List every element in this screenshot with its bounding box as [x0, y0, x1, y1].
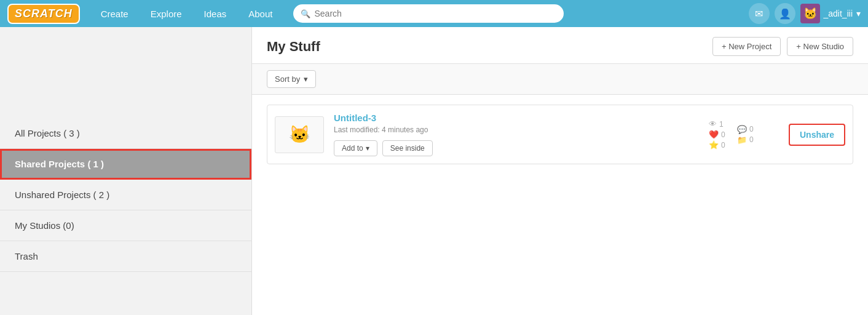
loves-icon: ❤️ — [709, 130, 719, 139]
comments-stat: 💬 0 — [737, 125, 754, 134]
username: _adit_iii — [824, 9, 853, 18]
main-layout: All Projects ( 3 ) Shared Projects ( 1 )… — [0, 27, 868, 315]
sort-bar: Sort by ▾ — [252, 64, 868, 95]
nav-about[interactable]: About — [237, 0, 283, 27]
remixes-count: 0 — [749, 135, 754, 144]
project-stats-2: 💬 0 📁 0 — [737, 125, 774, 145]
page-title: My Stuff — [267, 39, 320, 55]
project-name[interactable]: Untitled-3 — [334, 113, 699, 123]
remixes-icon: 📁 — [737, 135, 747, 145]
nav-create[interactable]: Create — [90, 0, 140, 27]
comments-count: 0 — [749, 125, 754, 134]
add-to-chevron-icon: ▾ — [366, 144, 369, 153]
sidebar-item-trash[interactable]: Trash — [0, 241, 251, 272]
messages-icon[interactable]: ✉ — [749, 3, 770, 24]
favorites-count: 0 — [721, 141, 725, 150]
new-studio-button[interactable]: + New Studio — [787, 37, 853, 56]
search-bar: 🔍 — [293, 4, 564, 23]
logo[interactable]: SCRATCH — [7, 4, 80, 24]
project-info: Untitled-3 Last modified: 4 minutes ago … — [334, 113, 699, 156]
nav-explore[interactable]: Explore — [140, 0, 193, 27]
content-area: My Stuff + New Project + New Studio Sort… — [252, 27, 868, 315]
project-card: 🐱 Untitled-3 Last modified: 4 minutes ag… — [267, 105, 853, 164]
content-header: My Stuff + New Project + New Studio — [252, 27, 868, 64]
search-icon: 🔍 — [301, 9, 310, 18]
sidebar-item-shared-projects[interactable]: Shared Projects ( 1 ) — [0, 149, 251, 180]
project-actions: Add to ▾ See inside — [334, 140, 699, 156]
sidebar-item-unshared-projects[interactable]: Unshared Projects ( 2 ) — [0, 180, 251, 210]
sidebar-item-my-studios[interactable]: My Studios (0) — [0, 210, 251, 241]
unshare-button[interactable]: Unshare — [789, 124, 845, 146]
add-to-button[interactable]: Add to ▾ — [334, 140, 377, 156]
header-buttons: + New Project + New Studio — [712, 37, 853, 56]
favorites-stat: ⭐ 0 — [709, 140, 725, 150]
user-menu[interactable]: 🐱 _adit_iii ▾ — [800, 4, 861, 23]
user-chevron-icon: ▾ — [856, 9, 861, 18]
project-meta: Last modified: 4 minutes ago — [334, 126, 699, 134]
sort-by-button[interactable]: Sort by ▾ — [267, 70, 316, 88]
sidebar-item-all-projects[interactable]: All Projects ( 3 ) — [0, 118, 251, 149]
see-inside-button[interactable]: See inside — [382, 140, 433, 156]
sort-chevron-icon: ▾ — [304, 74, 308, 84]
avatar: 🐱 — [800, 4, 820, 23]
comments-icon: 💬 — [737, 125, 747, 134]
thumbnail-image: 🐱 — [289, 124, 310, 145]
sort-by-label: Sort by — [275, 74, 300, 84]
loves-count: 0 — [721, 130, 725, 139]
projects-list: 🐱 Untitled-3 Last modified: 4 minutes ag… — [252, 95, 868, 181]
remixes-stat: 📁 0 — [737, 135, 754, 145]
notifications-icon[interactable]: 👤 — [775, 3, 795, 24]
views-stat: 👁 1 — [709, 119, 724, 129]
new-project-button[interactable]: + New Project — [712, 37, 781, 56]
header-icons: ✉ 👤 🐱 _adit_iii ▾ — [749, 3, 861, 24]
sidebar: All Projects ( 3 ) Shared Projects ( 1 )… — [0, 27, 252, 315]
favorites-icon: ⭐ — [709, 140, 719, 150]
add-to-label: Add to — [342, 144, 363, 153]
search-input[interactable] — [314, 9, 556, 18]
nav-ideas[interactable]: Ideas — [193, 0, 238, 27]
loves-stat: ❤️ 0 — [709, 130, 725, 139]
views-count: 1 — [719, 120, 724, 129]
header: SCRATCH Create Explore Ideas About 🔍 ✉ 👤… — [0, 0, 868, 27]
views-icon: 👁 — [709, 119, 717, 129]
project-thumbnail: 🐱 — [275, 116, 324, 153]
